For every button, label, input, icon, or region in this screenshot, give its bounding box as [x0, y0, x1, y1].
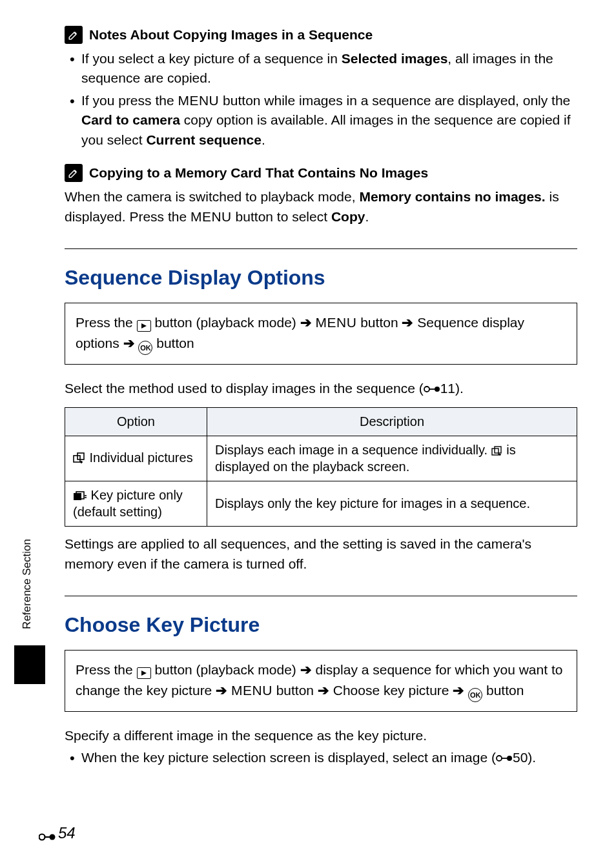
svg-point-17 — [497, 756, 502, 761]
options-table: Option Description Individual pictures D… — [65, 407, 577, 527]
description-individual-pictures: Displays each image in a sequence indivi… — [207, 436, 577, 481]
table-row: Individual pictures Displays each image … — [65, 436, 577, 481]
playback-icon — [137, 320, 151, 332]
menu-text-icon: MENU — [190, 209, 232, 224]
reference-icon — [424, 380, 440, 390]
table-header-option: Option — [65, 408, 207, 436]
side-section-label: Reference Section — [21, 539, 34, 629]
arrow-right-icon: ➔ — [453, 683, 464, 698]
sec1-tail: Settings are applied to all sequences, a… — [65, 534, 577, 574]
svg-point-1 — [424, 387, 429, 392]
menu-text-icon: MENU — [178, 93, 219, 108]
arrow-right-icon: ➔ — [216, 683, 227, 698]
svg-marker-0 — [141, 323, 147, 328]
svg-point-18 — [507, 756, 512, 761]
separator — [65, 596, 577, 596]
arrow-right-icon: ➔ — [300, 315, 312, 330]
svg-rect-9 — [495, 447, 501, 453]
heading-choose-key-picture: Choose Key Picture — [65, 613, 577, 637]
pencil-icon — [65, 26, 83, 44]
note1-title: Notes About Copying Images in a Sequence — [89, 27, 373, 43]
table-header-description: Description — [207, 408, 577, 436]
arrow-right-icon: ➔ — [123, 336, 135, 350]
menu-text-icon: MENU — [316, 315, 357, 330]
note2-paragraph: When the camera is switched to playback … — [65, 187, 577, 227]
svg-point-20 — [39, 834, 45, 840]
svg-point-21 — [50, 834, 56, 840]
svg-marker-16 — [141, 671, 147, 676]
playback-icon — [137, 667, 151, 679]
arrow-right-icon: ➔ — [402, 315, 413, 330]
description-key-picture-only: Displays only the key picture for images… — [207, 481, 577, 527]
nav-choose-key-picture: Press the button (playback mode) ➔ displ… — [65, 650, 577, 712]
note-empty-card: Copying to a Memory Card That Contains N… — [65, 164, 577, 227]
svg-rect-4 — [74, 456, 80, 462]
ok-button-icon: OK — [138, 341, 152, 355]
key-picture-icon — [73, 490, 87, 505]
svg-rect-5 — [77, 453, 84, 459]
individual-pictures-icon — [73, 452, 86, 467]
menu-text-icon: MENU — [231, 683, 272, 698]
svg-rect-8 — [492, 449, 498, 455]
page-number: 54 — [39, 824, 76, 842]
svg-point-2 — [435, 387, 440, 392]
heading-sequence-display-options: Sequence Display Options — [65, 266, 577, 290]
table-row: Key picture only (default setting) Displ… — [65, 481, 577, 527]
sec1-lead: Select the method used to display images… — [65, 379, 577, 398]
sec2-para: Specify a different image in the sequenc… — [65, 726, 577, 745]
note1-bullet-2: If you press the MENU button while image… — [67, 91, 577, 150]
sec2-bullet: When the key picture selection screen is… — [67, 748, 577, 767]
reference-icon — [39, 828, 56, 838]
option-key-picture-only: Key picture only (default setting) — [65, 481, 207, 527]
note2-title: Copying to a Memory Card That Contains N… — [89, 165, 428, 181]
note-copying-sequence: Notes About Copying Images in a Sequence… — [65, 26, 577, 150]
arrow-right-icon: ➔ — [318, 683, 329, 698]
sequence-playback-icon — [491, 445, 503, 459]
arrow-right-icon: ➔ — [300, 662, 312, 677]
note1-bullet-1: If you select a key picture of a sequenc… — [67, 49, 577, 88]
pencil-icon — [65, 164, 83, 182]
side-black-tab — [14, 645, 45, 684]
separator — [65, 248, 577, 249]
ok-button-icon: OK — [468, 688, 482, 702]
option-individual-pictures: Individual pictures — [65, 436, 207, 481]
reference-icon — [496, 749, 513, 760]
nav-sequence-display: Press the button (playback mode) ➔ MENU … — [65, 303, 577, 365]
